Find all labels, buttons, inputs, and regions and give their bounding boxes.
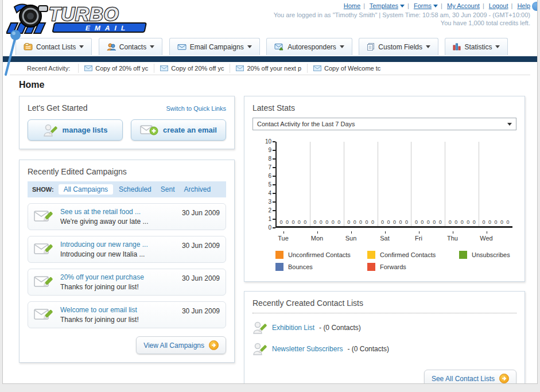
campaigns-title: Recently Edited Campaigns	[28, 167, 226, 176]
login-status-text: You are logged in as "Timothy Smith" | S…	[274, 11, 530, 18]
turbo-email-logo: TURBO EMAIL	[6, 1, 158, 38]
contact-lists-title: Recently Created Contact Lists	[252, 298, 516, 308]
header: TURBO EMAIL Home| Templates| Forms| My A…	[3, 0, 537, 38]
chevron-down-icon	[426, 45, 430, 48]
legend-swatch	[367, 251, 375, 259]
chart-values: 00000	[411, 219, 445, 225]
logo-email-bar: EMAIL	[53, 23, 146, 32]
header-link-help[interactable]: Help	[517, 2, 530, 9]
recent-activity-item[interactable]: Copy of 20% off yc	[154, 64, 230, 73]
campaign-date: 30 Jun 2009	[182, 209, 220, 217]
page: TURBO EMAIL Home| Templates| Forms| My A…	[0, 0, 540, 392]
header-link-forms[interactable]: Forms	[414, 2, 438, 9]
show-label: SHOW:	[32, 186, 54, 193]
contact-list-link[interactable]: Newsletter Subscribers	[272, 345, 343, 353]
chart-day-group: 00000	[411, 142, 445, 226]
dotted-divider	[252, 313, 516, 313]
header-link-home[interactable]: Home	[344, 2, 360, 9]
get-started-title: Let's Get Started	[28, 103, 88, 112]
credits-text: You have 1,000 total credits left.	[274, 20, 530, 26]
legend-swatch	[367, 263, 375, 271]
chart-day-group: 00000	[378, 142, 411, 226]
custom-fields-icon	[367, 43, 375, 51]
recent-activity-bar: Recent Activity: Copy of 20% off yc Copy…	[10, 62, 530, 75]
recent-activity-item[interactable]: Copy of Welcome tc	[307, 64, 386, 73]
campaign-row[interactable]: Introducing our new range ... Introducin…	[28, 236, 226, 263]
view-all-campaigns-button[interactable]: View All Campaigns	[136, 336, 226, 354]
filter-scheduled[interactable]: Scheduled	[119, 185, 151, 193]
campaign-date: 30 Jun 2009	[182, 307, 220, 315]
tab-autoresponders[interactable]: Autoresponders	[266, 38, 352, 55]
person-pencil-icon	[252, 342, 267, 356]
filter-sent[interactable]: Sent	[161, 185, 175, 193]
chart-day-group: 00000	[310, 142, 344, 226]
contact-list-link[interactable]: Exhibition List	[272, 324, 314, 332]
latest-stats-panel: Latest Stats Contact Activity for the La…	[244, 96, 525, 282]
header-utility: Home| Templates| Forms| My Account| Logo…	[274, 2, 530, 26]
campaign-subtitle: Thanks for joining our list!	[60, 316, 176, 324]
logo-text-turbo: TURBO	[49, 3, 119, 25]
tab-contacts[interactable]: Contacts	[99, 38, 162, 55]
tab-email-campaigns[interactable]: Email Campaigns	[169, 38, 260, 55]
tab-custom-fields[interactable]: Custom Fields	[359, 38, 438, 55]
recent-activity-item[interactable]: Copy of 20% off yc	[78, 64, 154, 73]
envelope-plus-icon	[140, 124, 158, 137]
header-link-my-account[interactable]: My Account	[447, 2, 480, 9]
person-pencil-icon	[43, 123, 58, 137]
campaign-subtitle: We're giving away our late ...	[60, 218, 176, 226]
tab-contact-lists[interactable]: Contact Lists	[15, 38, 92, 55]
chart-day-group: 00000	[277, 142, 310, 226]
campaign-row[interactable]: Welcome to our email list Thanks for joi…	[28, 301, 226, 328]
autoresponders-icon	[274, 43, 284, 51]
legend-swatch	[275, 251, 283, 259]
contact-list-row[interactable]: Exhibition List - (0 Contacts)	[252, 321, 516, 335]
contact-list-count: - (0 Contacts)	[319, 324, 361, 332]
recent-activity-item[interactable]: 20% off your next p	[230, 64, 307, 73]
campaign-row[interactable]: See us at the retail food ... We're givi…	[28, 203, 226, 230]
campaign-title-link[interactable]: See us at the retail food ...	[60, 208, 176, 216]
chevron-down-icon	[507, 123, 512, 126]
create-email-button[interactable]: create an email	[131, 119, 226, 141]
contact-activity-chart: 10 9 8 7 6 5 4 3 2 1 0	[252, 142, 516, 231]
chevron-down-icon	[247, 45, 252, 48]
legend-swatch	[459, 251, 467, 259]
campaign-subtitle: Thanks for joining our list!	[60, 283, 176, 291]
campaign-subtitle: Introducing our new Italia ...	[60, 250, 176, 258]
campaign-date: 30 Jun 2009	[182, 274, 220, 282]
contact-list-row[interactable]: Newsletter Subscribers - (0 Contacts)	[252, 342, 516, 356]
filter-archived[interactable]: Archived	[184, 185, 211, 193]
recent-contact-lists-panel: Recently Created Contact Lists Exhibitio…	[244, 291, 525, 384]
arrow-right-icon	[499, 374, 509, 383]
campaign-title-link[interactable]: 20% off your next purchase	[60, 273, 176, 281]
latest-stats-title: Latest Stats	[252, 103, 516, 112]
tab-statistics[interactable]: Statistics	[445, 38, 508, 55]
chart-y-axis: 10 9 8 7 6 5 4 3 2 1 0	[263, 138, 275, 231]
header-link-templates[interactable]: Templates	[370, 2, 405, 9]
chevron-down-icon	[79, 45, 84, 48]
chart-values: 00000	[479, 219, 512, 225]
envelope-pencil-icon	[34, 209, 55, 224]
chevron-down-icon	[495, 45, 500, 48]
campaign-title-link[interactable]: Introducing our new range ...	[60, 240, 176, 249]
campaign-title-link[interactable]: Welcome to our email list	[60, 306, 176, 314]
manage-lists-button[interactable]: manage lists	[28, 119, 123, 141]
filter-all-campaigns[interactable]: All Campaigns	[59, 184, 113, 195]
envelope-pencil-icon	[34, 307, 55, 323]
chart-values: 00000	[378, 219, 411, 225]
stats-range-select[interactable]: Contact Activity for the Last 7 Days	[252, 118, 516, 130]
statistics-icon	[453, 43, 461, 51]
legend-swatch	[275, 263, 283, 271]
envelope-pencil-icon	[34, 242, 55, 257]
main-nav: Contact Lists Contacts Email Campaigns A…	[3, 38, 537, 56]
campaign-filter-bar: SHOW: All Campaigns Scheduled Sent Archi…	[28, 181, 226, 197]
page-title: Home	[19, 80, 521, 90]
envelope-icon	[84, 65, 92, 71]
campaign-row[interactable]: 20% off your next purchase Thanks for jo…	[28, 269, 226, 296]
recent-campaigns-panel: Recently Edited Campaigns SHOW: All Camp…	[19, 160, 235, 363]
see-all-contact-lists-button[interactable]: See All Contact Lists	[424, 370, 516, 384]
switch-quick-links-link[interactable]: Switch to Quick Links	[166, 105, 226, 112]
recent-activity-label: Recent Activity:	[27, 65, 70, 72]
header-link-logout[interactable]: Logout	[489, 2, 508, 9]
chart-day-group: 00000	[445, 142, 479, 226]
contacts-icon	[107, 43, 116, 51]
